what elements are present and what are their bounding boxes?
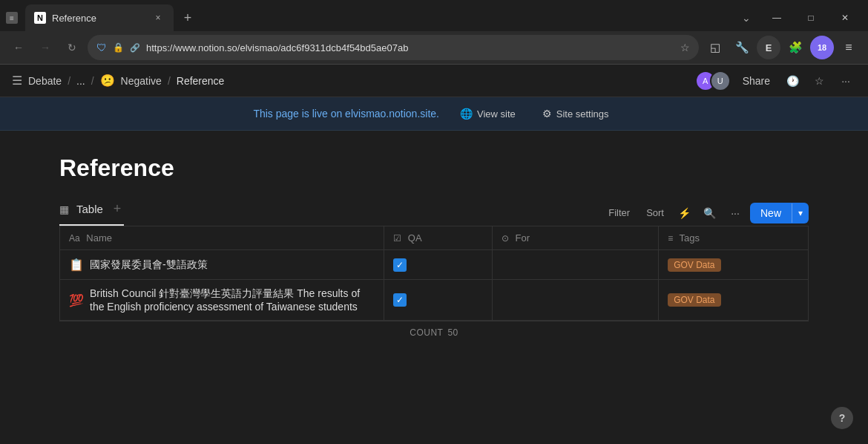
settings-icon: ⚙	[542, 108, 552, 120]
filter-button[interactable]: Filter	[602, 204, 636, 221]
bookmark-icon[interactable]: ☆	[680, 42, 690, 53]
history-icon[interactable]: 🕐	[782, 71, 803, 91]
table-view-icon: ▦	[59, 203, 69, 215]
wrench-icon[interactable]: 🔧	[730, 36, 754, 59]
table-cell-tags: GOV Data	[659, 250, 809, 280]
live-banner: This page is live on elvismao.notion.sit…	[0, 97, 868, 131]
column-header-tags[interactable]: ≡ Tags	[659, 226, 809, 250]
database-table: Aa Name ☑ QA ⊙ For ≡ Tag	[59, 226, 809, 321]
pocket-icon[interactable]: ◱	[703, 36, 727, 59]
new-entry-button-group: New ▾	[750, 203, 809, 223]
row-name-text: British Council 針對臺灣學生英語力評量結果 The result…	[90, 287, 375, 313]
back-button[interactable]: ←	[7, 36, 30, 59]
tab-favicon: N	[34, 12, 46, 24]
tag-badge: GOV Data	[668, 258, 720, 272]
sidebar-toggle[interactable]: ☰	[12, 74, 22, 88]
new-tab-button[interactable]: +	[177, 7, 199, 29]
add-view-button[interactable]: +	[111, 201, 125, 217]
breadcrumb-current: Reference	[177, 75, 225, 87]
tag-badge: GOV Data	[668, 293, 720, 307]
browser-menu-icon[interactable]: ≡	[6, 12, 18, 24]
database-toolbar-row: ▦ Table + Filter Sort ⚡ 🔍 ··· New ▾	[59, 200, 809, 226]
breadcrumb-sep-1: /	[68, 75, 70, 87]
view-site-button[interactable]: 🌐 View site	[454, 105, 522, 123]
minimize-button[interactable]: —	[760, 6, 794, 30]
new-entry-dropdown-button[interactable]: ▾	[792, 203, 809, 223]
breadcrumb-sep-2: /	[91, 75, 94, 87]
tab-close-button[interactable]: ×	[151, 11, 165, 25]
breadcrumb-ellipsis[interactable]: ...	[76, 75, 85, 87]
table-cell-for	[492, 280, 658, 321]
table-row[interactable]: 💯British Council 針對臺灣學生英語力評量結果 The resul…	[60, 280, 809, 321]
database-actions: Filter Sort ⚡ 🔍 ··· New ▾	[602, 203, 809, 223]
more-database-options-icon[interactable]: ···	[725, 203, 746, 223]
help-button[interactable]: ?	[831, 407, 853, 429]
breadcrumb-debate[interactable]: Debate	[28, 75, 62, 87]
row-icon: 💯	[69, 293, 84, 307]
pin-icon: 🔗	[130, 43, 140, 53]
count-bar: COUNT 50	[59, 321, 809, 344]
column-header-for[interactable]: ⊙ For	[492, 226, 658, 250]
extensions-icon[interactable]: 🧩	[783, 36, 807, 59]
tab-title: Reference	[52, 13, 145, 24]
forward-button[interactable]: →	[34, 36, 56, 59]
count-label: COUNT	[410, 327, 443, 338]
count-value: 50	[447, 327, 458, 338]
shield-icon: 🛡	[96, 42, 107, 53]
checkbox-checked[interactable]: ✓	[393, 293, 407, 307]
table-view-label[interactable]: Table	[72, 200, 108, 218]
share-button[interactable]: Share	[737, 72, 776, 90]
profile-letter-icon[interactable]: E	[757, 36, 780, 59]
row-name-text: 國家發展委員會-雙語政策	[90, 258, 208, 272]
collaborators-avatars: A U	[695, 71, 731, 91]
table-cell-qa[interactable]: ✓	[384, 250, 493, 280]
table-cell-name: 📋國家發展委員會-雙語政策	[60, 250, 384, 280]
table-cell-qa[interactable]: ✓	[384, 280, 493, 321]
table-cell-name: 💯British Council 針對臺灣學生英語力評量結果 The resul…	[60, 280, 384, 321]
automation-icon[interactable]: ⚡	[674, 203, 695, 223]
url-text: https://www.notion.so/elvismao/adc6f9311…	[146, 42, 674, 53]
tags-col-icon: ≡	[668, 233, 673, 244]
refresh-button[interactable]: ↻	[61, 36, 83, 59]
breadcrumb-negative-emoji: 😕	[100, 74, 115, 88]
table-header-row: Aa Name ☑ QA ⊙ For ≡ Tag	[60, 226, 809, 250]
table-row[interactable]: 📋國家發展委員會-雙語政策✓GOV Data	[60, 250, 809, 280]
column-header-name[interactable]: Aa Name	[60, 226, 384, 250]
database-view-selector: ▦ Table +	[59, 200, 124, 226]
live-banner-text: This page is live on elvismao.notion.sit…	[253, 108, 439, 120]
search-icon[interactable]: 🔍	[700, 203, 720, 223]
table-cell-tags: GOV Data	[659, 280, 809, 321]
page-title: Reference	[59, 154, 809, 182]
browser-menu-button[interactable]: ≡	[837, 36, 861, 59]
close-button[interactable]: ✕	[828, 6, 862, 30]
more-options-icon[interactable]: ···	[835, 71, 856, 91]
qa-col-icon: ☑	[393, 233, 401, 244]
profile-badge[interactable]: 18	[810, 36, 834, 59]
column-header-qa[interactable]: ☑ QA	[384, 226, 493, 250]
name-col-icon: Aa	[69, 233, 80, 244]
lock-icon: 🔒	[113, 42, 124, 53]
active-tab[interactable]: N Reference ×	[25, 4, 174, 31]
globe-icon: 🌐	[460, 108, 473, 120]
maximize-button[interactable]: □	[794, 6, 828, 30]
table-cell-for	[492, 250, 658, 280]
breadcrumb-negative[interactable]: Negative	[121, 75, 162, 87]
checkbox-checked[interactable]: ✓	[393, 258, 407, 272]
new-entry-button[interactable]: New	[750, 203, 792, 223]
sort-button[interactable]: Sort	[640, 204, 670, 221]
favorite-icon[interactable]: ☆	[809, 71, 829, 91]
for-col-icon: ⊙	[502, 233, 509, 244]
page-content: Reference ▦ Table + Filter Sort ⚡ 🔍 ··· …	[0, 131, 868, 444]
breadcrumb-sep-3: /	[168, 75, 171, 87]
row-icon: 📋	[69, 258, 84, 272]
site-settings-button[interactable]: ⚙ Site settings	[536, 105, 615, 123]
chevron-down-icon[interactable]: ⌄	[736, 7, 757, 28]
avatar-2: U	[710, 71, 731, 91]
url-bar[interactable]: 🛡 🔒 🔗 https://www.notion.so/elvismao/adc…	[88, 35, 699, 60]
